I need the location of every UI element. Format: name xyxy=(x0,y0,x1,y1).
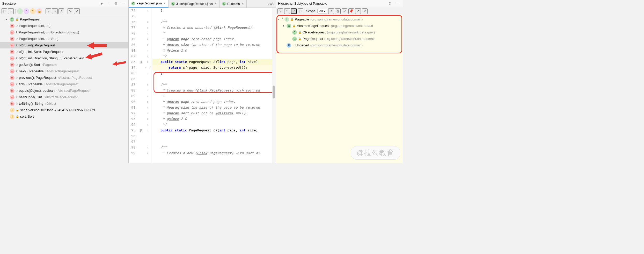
scope-label: Scope: xyxy=(306,9,316,13)
expand-icon[interactable]: ⤢ xyxy=(342,8,347,14)
editor-tabs: CPageRequest.java×CJsonApiPageRequest.ja… xyxy=(129,0,276,8)
open-icon[interactable]: ↗ xyxy=(355,8,361,14)
member-label: equals(Object): boolean xyxy=(19,89,55,93)
expander-icon[interactable]: ▼ xyxy=(282,24,285,27)
method-icon: m xyxy=(10,30,14,35)
structure-member[interactable]: m⚲of(int, int, Sort): PageRequest xyxy=(0,48,128,55)
structure-member[interactable]: m⚲first(): Pageable ↑AbstractPageRequest xyxy=(0,81,128,87)
show-fields-pill[interactable]: f xyxy=(30,8,36,14)
open-lock-icon: ⚲ xyxy=(16,70,18,73)
structure-member[interactable]: m⚲PageRequest(int, int, Sort) xyxy=(0,36,128,42)
lambda-icon[interactable]: λ xyxy=(58,8,64,14)
inherited-from-label: ↑AbstractPageRequest xyxy=(45,69,79,73)
circle-icon[interactable]: ○ xyxy=(52,8,58,14)
hierarchy-node-name: QPageRequest xyxy=(303,30,326,34)
hierarchy-node[interactable]: ▼*I🔒Pageable (org.springframework.data.d… xyxy=(276,16,403,23)
fold-gutter[interactable]: ›››››››››› ››››››››››››› xyxy=(144,8,151,163)
structure-member[interactable]: m⚲toString(): String ↑Object xyxy=(0,100,128,107)
scroll-thumb[interactable] xyxy=(273,86,275,98)
method-icon: m xyxy=(10,95,14,100)
close-icon[interactable]: × xyxy=(163,2,166,5)
gear-icon[interactable]: ⚙ xyxy=(113,1,119,6)
editor-tab[interactable]: CJsonApiPageRequest.java× xyxy=(169,0,219,8)
collapse-all-icon[interactable]: ⤢ xyxy=(74,8,80,14)
structure-member[interactable]: m⚲hashCode(): int ↑AbstractPageRequest xyxy=(0,94,128,100)
structure-member[interactable]: m⚲PageRequest(int, int) xyxy=(0,23,128,29)
member-label: PageRequest(int, int, Sort) xyxy=(19,37,58,41)
show-properties-pill[interactable]: p xyxy=(24,8,29,14)
minimize-icon[interactable]: — xyxy=(395,1,401,6)
structure-member[interactable]: m⚲PageRequest(int, int, Direction, Strin… xyxy=(0,29,128,36)
member-label: of(int, int, Sort): PageRequest xyxy=(19,50,63,54)
scope-selector[interactable]: All ▾ xyxy=(317,9,327,13)
hierarchy-node[interactable]: ▼C🔒AbstractPageRequest (org.springframew… xyxy=(276,23,403,29)
hierarchy-tree[interactable]: ▼*I🔒Pageable (org.springframework.data.d… xyxy=(276,15,403,163)
show-nonpublic-pill[interactable]: 🔒 xyxy=(36,8,42,14)
structure-member[interactable]: f🔒sort: Sort xyxy=(0,113,128,120)
editor-tab[interactable]: CRoomMa× xyxy=(219,0,247,8)
class-icon: C xyxy=(10,17,14,22)
minimize-icon[interactable]: — xyxy=(121,1,126,6)
code-area[interactable]: 7475767778798081828384858687888990919293… xyxy=(129,8,276,163)
autoscroll-icon[interactable]: ⎘ xyxy=(335,8,341,14)
tab-label: RoomMa xyxy=(227,2,240,6)
code-lines[interactable]: } /** * Creates a new unsorted {@link Pa… xyxy=(151,8,276,163)
close-icon[interactable]: × xyxy=(241,2,244,6)
inherited-from-label: ↑AbstractPageRequest xyxy=(56,89,90,93)
class-hierarchy-icon[interactable]: ⑂ xyxy=(277,8,283,14)
structure-member[interactable]: m⚲of(int, int, Direction, String...): Pa… xyxy=(0,55,128,61)
sort-alpha-icon[interactable]: ↓ᴬ xyxy=(298,8,303,14)
structure-member[interactable]: m⚲equals(Object): boolean ↑AbstractPageR… xyxy=(0,87,128,94)
subtypes-icon[interactable]: ⑂ xyxy=(291,8,297,14)
editor-extra-icons[interactable]: ↲≡8 xyxy=(265,0,276,8)
member-label: previous(): PageRequest xyxy=(19,76,56,80)
expand-all-icon[interactable]: ⤡ xyxy=(68,8,73,14)
close-icon[interactable]: × xyxy=(214,2,217,6)
method-icon: m xyxy=(10,56,14,61)
hierarchy-node-name: PageRequest xyxy=(303,37,323,41)
hierarchy-node-package: (org.springframework.data.domain) xyxy=(310,17,363,21)
sort-visibility-icon[interactable]: ↓ᶻ xyxy=(8,8,14,14)
hierarchy-toolbar: ⑂ ⑂ ⑂ ↓ᴬ Scope: All ▾ ⟳ ⎘ ⤢ 📌 ↗ ✕ xyxy=(276,7,403,15)
lock-icon: 🔒 xyxy=(298,31,301,34)
hierarchy-node[interactable]: C🔒QPageRequest (org.springframework.data… xyxy=(276,29,403,36)
class-icon: C xyxy=(222,2,226,6)
structure-member[interactable]: m⚲getSort(): Sort ↑Pageable xyxy=(0,61,128,68)
field-icon: f xyxy=(10,114,14,119)
structure-member[interactable]: f🔒serialVersionUID: long = -454150993895… xyxy=(0,107,128,113)
collapse-structure-icon[interactable]: ⎆ xyxy=(99,1,105,6)
expander-icon[interactable]: ▼ xyxy=(5,18,8,21)
structure-member[interactable]: m⚲previous(): PageRequest ↑AbstractPageR… xyxy=(0,74,128,81)
method-icon: m xyxy=(10,88,14,93)
open-lock-icon: ⚲ xyxy=(16,50,18,53)
gear-icon[interactable]: ⚙ xyxy=(387,1,393,6)
show-interfaces-pill[interactable]: I xyxy=(17,8,23,14)
structure-panel: Structure ⎆ | ⚙ — ↓ᴬ ↓ᶻ I p f 🔒 ⑂ ○ λ ⤡ … xyxy=(0,0,129,163)
close-icon[interactable]: ✕ xyxy=(362,8,368,14)
structure-member[interactable]: m⚲of(int, int): PageRequest xyxy=(0,42,128,48)
expander-icon[interactable]: ▼ xyxy=(277,18,281,21)
lock-icon: ○ xyxy=(292,44,294,47)
vertical-scrollbar[interactable] xyxy=(272,8,276,163)
structure-root-node[interactable]: ▼ C 🔒 PageRequest xyxy=(0,16,128,23)
method-icon: m xyxy=(10,50,14,54)
structure-tree[interactable]: ▼ C 🔒 PageRequest m⚲PageRequest(int, int… xyxy=(0,15,128,163)
branch-icon[interactable]: ⑂ xyxy=(46,8,51,14)
watermark: @拉勾教育 xyxy=(351,146,400,160)
pin-icon[interactable]: 📌 xyxy=(348,8,354,14)
member-label: PageRequest(int, int, Direction, String.… xyxy=(19,30,79,34)
sort-alpha-icon[interactable]: ↓ᴬ xyxy=(2,8,7,14)
supertypes-icon[interactable]: ⑂ xyxy=(284,8,290,14)
structure-member[interactable]: m⚲next(): Pageable ↑AbstractPageRequest xyxy=(0,68,128,74)
method-icon: m xyxy=(10,69,14,74)
open-lock-icon: ⚲ xyxy=(16,31,18,34)
marker-gutter: @@ xyxy=(137,8,144,163)
method-icon: m xyxy=(10,101,14,106)
hierarchy-node[interactable]: E○Unpaged (org.springframework.data.doma… xyxy=(276,42,403,48)
editor-tab[interactable]: CPageRequest.java× xyxy=(129,0,169,8)
hierarchy-node-package: (org.springframework.data.query xyxy=(327,30,376,34)
member-label: sort: Sort xyxy=(20,115,34,118)
refresh-icon[interactable]: ⟳ xyxy=(328,8,334,14)
wrap-indicator: ↲≡8 xyxy=(267,2,274,6)
hierarchy-node[interactable]: C🔒PageRequest (org.springframework.data.… xyxy=(276,36,403,42)
